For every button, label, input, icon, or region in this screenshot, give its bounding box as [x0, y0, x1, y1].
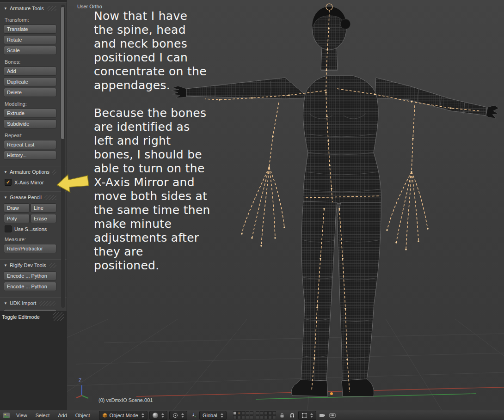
manipulator-axes-icon	[190, 412, 197, 419]
editor-type-button[interactable]	[2, 412, 11, 419]
gp-line-button[interactable]: Line	[31, 203, 56, 213]
delete-button[interactable]: Delete	[4, 88, 56, 97]
section-label-measure: Measure:	[5, 237, 56, 242]
section-label-modeling: Modeling:	[5, 101, 56, 107]
x-axis-mirror-label: X-Axis Mirror	[14, 180, 44, 185]
panel-header-udk-import[interactable]: ▼ UDK Import	[4, 298, 56, 308]
layer-toggle[interactable]	[233, 411, 237, 415]
menu-add[interactable]: Add	[55, 413, 70, 418]
layer-toggle[interactable]	[233, 415, 237, 419]
gp-erase-button[interactable]: Erase	[31, 214, 56, 223]
opengl-render-button[interactable]	[318, 411, 326, 420]
section-label-transform: Transform:	[5, 17, 56, 23]
pivot-point-icon	[172, 413, 178, 418]
layer-toggle[interactable]	[241, 415, 245, 419]
layer-toggle[interactable]	[256, 411, 259, 415]
duplicate-button[interactable]: Duplicate	[4, 77, 56, 86]
encode-python-button-2[interactable]: Encode ... Python	[4, 282, 56, 291]
panel-drag-grip[interactable]	[44, 195, 56, 200]
layer-toggle[interactable]	[237, 411, 241, 415]
layer-toggle[interactable]	[250, 411, 253, 415]
lock-to-scene-toggle[interactable]	[278, 411, 286, 420]
add-bone-button[interactable]: Add	[4, 67, 56, 76]
dropdown-arrows-icon	[181, 413, 184, 418]
layer-toggle[interactable]	[272, 411, 276, 415]
panel-header-rigify[interactable]: ▼ Rigify Dev Tools	[4, 261, 56, 270]
gp-draw-button[interactable]: Draw	[4, 203, 30, 213]
use-sessions-checkbox[interactable]: Use S...ssions	[5, 225, 56, 232]
encode-python-button-1[interactable]: Encode ... Python	[4, 271, 56, 280]
viewport-shading-selector[interactable]	[149, 411, 167, 420]
import-psk-path-button[interactable]: Import PSK Path	[4, 309, 56, 311]
panel-header-grease-pencil[interactable]: ▼ Grease Pencil	[4, 193, 56, 202]
mode-selector[interactable]: Object Mode	[99, 411, 148, 420]
menu-object[interactable]: Object	[72, 413, 93, 418]
scrollbar-thumb[interactable]	[61, 6, 65, 140]
extrude-button[interactable]: Extrude	[4, 109, 56, 118]
collapse-triangle-icon: ▼	[4, 170, 7, 174]
snap-element-selector[interactable]	[298, 411, 316, 420]
annotation-paragraph-2: Because the bones are identified as left…	[94, 106, 233, 273]
dropdown-arrows-icon	[141, 413, 144, 418]
lock-icon	[279, 413, 285, 418]
scene-name-label: (0) vsDmxIO Scene.001	[98, 397, 153, 403]
layer-toggle[interactable]	[256, 415, 259, 419]
menu-select[interactable]: Select	[32, 413, 53, 418]
gp-poly-button[interactable]: Poly	[4, 214, 30, 223]
ruler-protractor-button[interactable]: Ruler/Protractor	[4, 244, 56, 253]
pivot-point-selector[interactable]	[169, 411, 187, 420]
region-resize-grip[interactable]	[53, 312, 64, 321]
layer-toggle[interactable]	[268, 411, 272, 415]
layers-widget	[233, 411, 276, 419]
subdivide-button[interactable]: Subdivide	[4, 119, 56, 128]
left-leg	[301, 201, 337, 382]
history-button[interactable]: History...	[4, 151, 56, 160]
panel-title: UDK Import	[10, 300, 36, 306]
panel-header-armature-tools[interactable]: ▼ Armature Tools	[4, 4, 56, 13]
layer-toggle[interactable]	[237, 415, 241, 419]
collapse-triangle-icon: ▼	[4, 263, 7, 268]
panel-drag-grip[interactable]	[47, 6, 56, 11]
viewport-header-bar: View Select Add Object Object Mode Globa…	[0, 410, 504, 420]
viewport-3d[interactable]: User Ortho Now that I have the spine, he…	[67, 0, 504, 410]
check-icon: ✓	[6, 180, 10, 185]
layer-group-1	[233, 411, 253, 419]
x-axis-mirror-checkbox[interactable]: ✓ X-Axis Mirror	[5, 179, 56, 186]
layer-toggle[interactable]	[260, 411, 264, 415]
orientation-label: Global	[203, 413, 217, 418]
right-shoe	[342, 379, 374, 396]
layer-toggle[interactable]	[246, 415, 249, 419]
layer-toggle[interactable]	[264, 415, 268, 419]
manipulator-toggle[interactable]	[189, 411, 197, 420]
layer-toggle[interactable]	[250, 415, 253, 419]
shading-sphere-icon	[153, 413, 158, 418]
checkbox-box-checked: ✓	[5, 179, 12, 186]
layer-toggle[interactable]	[264, 411, 268, 415]
panel-header-armature-options[interactable]: ▼ Armature Options	[4, 167, 56, 177]
collapse-triangle-icon: ▼	[4, 301, 7, 305]
repeat-last-button[interactable]: Repeat Last	[4, 140, 56, 149]
rotate-button[interactable]: Rotate	[4, 35, 56, 44]
layer-toggle[interactable]	[272, 415, 276, 419]
opengl-render-anim-button[interactable]	[328, 411, 337, 420]
render-animation-icon	[329, 413, 336, 418]
scale-button[interactable]: Scale	[4, 46, 56, 55]
tool-shelf-panels: ▼ Armature Tools Transform: Translate Ro…	[0, 2, 67, 311]
dropdown-arrows-icon	[310, 413, 313, 418]
tool-shelf-region: ▼ Armature Tools Transform: Translate Ro…	[0, 0, 67, 410]
panel-drag-grip[interactable]	[49, 263, 56, 268]
orientation-selector[interactable]: Global	[199, 411, 227, 420]
layer-toggle[interactable]	[246, 411, 249, 415]
object-origin-dot	[330, 392, 333, 395]
translate-button[interactable]: Translate	[4, 24, 56, 34]
snap-toggle[interactable]	[288, 411, 296, 420]
panel-title: Grease Pencil	[10, 195, 42, 200]
layer-toggle[interactable]	[241, 411, 245, 415]
layer-toggle[interactable]	[260, 415, 264, 419]
panel-armature-tools: ▼ Armature Tools Transform: Translate Ro…	[0, 2, 67, 166]
left-shoe	[291, 380, 328, 396]
menu-view[interactable]: View	[13, 413, 31, 418]
layer-toggle[interactable]	[268, 415, 272, 419]
layer-group-2	[256, 411, 276, 419]
panel-drag-grip[interactable]	[39, 301, 56, 306]
